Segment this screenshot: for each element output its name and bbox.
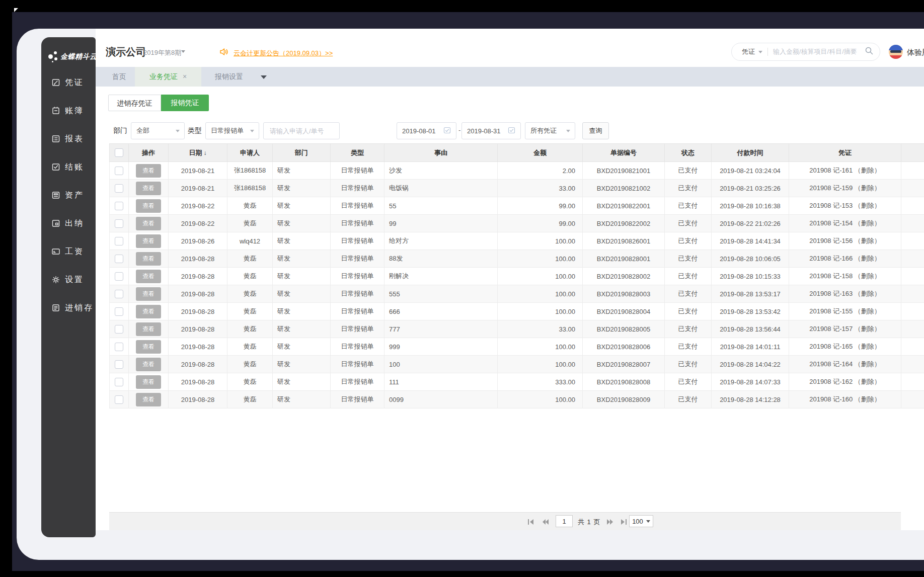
sidebar-item-payroll[interactable]: 工资 (51, 245, 96, 258)
sidebar-item-settings[interactable]: 设置 (51, 274, 96, 286)
cell-voucher[interactable]: 201908 记-163 （删除） (789, 285, 901, 303)
date-to-field[interactable]: 2019-08-31 (461, 122, 521, 139)
cell-voucher[interactable]: 201908 记-166 （删除） (789, 250, 901, 268)
last-page-icon[interactable] (620, 518, 627, 525)
cell-voucher[interactable]: 201908 记-165 （删除） (789, 338, 901, 356)
sidebar-item-asset[interactable]: 资产 (51, 189, 96, 201)
view-button[interactable]: 查看 (136, 270, 161, 283)
sidebar-item-inventory[interactable]: 进销存 (51, 302, 96, 314)
sidebar-item-ledger[interactable]: 账簿 (51, 105, 96, 117)
row-checkbox[interactable] (115, 307, 123, 316)
select-all-checkbox[interactable] (115, 148, 123, 157)
row-checkbox[interactable] (115, 290, 123, 298)
search-input[interactable]: 输入金额/核算项目/科目/摘要 (773, 47, 865, 56)
cell-applicant: 黄磊 (227, 215, 273, 232)
date-from-field[interactable]: 2019-08-01 (397, 122, 456, 139)
cell-voucher[interactable]: 201908 记-158 （删除） (789, 268, 901, 285)
dept-select[interactable]: 全部 (131, 122, 185, 139)
cell-checkbox (110, 250, 129, 268)
row-checkbox[interactable] (115, 167, 123, 175)
row-checkbox[interactable] (115, 360, 123, 369)
view-button[interactable]: 查看 (136, 305, 161, 318)
row-checkbox[interactable] (115, 237, 123, 245)
row-checkbox[interactable] (115, 255, 123, 263)
cell-checkbox (110, 373, 129, 391)
cell-voucher[interactable]: 201908 记-156 （删除） (789, 232, 901, 250)
reimburse-voucher-button[interactable]: 报销凭证 (161, 95, 209, 111)
sidebar-item-cashier[interactable]: 出纳 (51, 217, 96, 229)
row-checkbox[interactable] (115, 378, 123, 386)
cell-voucher[interactable]: 201908 记-155 （删除） (789, 303, 901, 320)
cell-status: 已支付 (665, 373, 712, 391)
row-checkbox[interactable] (115, 184, 123, 193)
announcement-link[interactable]: 云会计更新公告（2019.09.03）>> (234, 49, 333, 58)
view-button[interactable]: 查看 (136, 322, 161, 336)
global-search[interactable]: 凭证 输入金额/核算项目/科目/摘要 (731, 43, 880, 61)
applicant-search-input[interactable] (269, 127, 334, 135)
cell-applicant: 黄磊 (227, 391, 273, 408)
prev-page-icon[interactable] (542, 518, 549, 525)
tab-business-voucher[interactable]: 业务凭证× (135, 67, 201, 87)
sidebar-item-report[interactable]: 报表 (51, 133, 96, 145)
view-button[interactable]: 查看 (136, 393, 161, 406)
cell-doc-no: BXD20190828003 (583, 285, 665, 303)
view-button[interactable]: 查看 (136, 375, 161, 389)
accounting-period[interactable]: 2019年第8期 (143, 48, 181, 57)
next-page-icon[interactable] (606, 518, 613, 525)
row-checkbox[interactable] (115, 395, 123, 404)
sidebar-item-voucher[interactable]: 凭证 (51, 76, 96, 89)
user-name[interactable]: 体验用 (907, 48, 924, 57)
query-button[interactable]: 查询 (582, 122, 609, 139)
cell-voucher[interactable]: 201908 记-153 （删除） (789, 197, 901, 215)
col-header-date[interactable]: 日期↓ (169, 144, 227, 162)
view-button[interactable]: 查看 (136, 252, 161, 266)
search-category-caret-icon[interactable] (758, 51, 762, 53)
search-category[interactable]: 凭证 (742, 47, 755, 56)
tab-close-icon[interactable]: × (183, 72, 187, 80)
row-checkbox[interactable] (115, 343, 123, 351)
row-checkbox[interactable] (115, 219, 123, 228)
cell-pay-time: 2019-08-21 03:24:04 (712, 162, 789, 180)
period-caret-icon[interactable] (181, 50, 185, 53)
select-all-checkbox-cell (110, 144, 129, 162)
cell-voucher[interactable]: 201908 记-157 （删除） (789, 320, 901, 338)
view-button[interactable]: 查看 (136, 287, 161, 301)
tab-home[interactable]: 首页 (103, 67, 135, 87)
tab-reimburse-settings[interactable]: 报销设置 (206, 67, 252, 87)
row-checkbox[interactable] (115, 325, 123, 334)
cell-doc-no: BXD20190828005 (583, 320, 665, 338)
company-name: 演示公司 (106, 45, 146, 59)
cell-voucher[interactable]: 201908 记-164 （删除） (789, 356, 901, 373)
cell-voucher[interactable]: 201908 记-159 （删除） (789, 180, 901, 197)
page-size-select[interactable]: 100 (629, 515, 653, 527)
cell-voucher[interactable]: 201908 记-161 （删除） (789, 162, 901, 180)
view-button[interactable]: 查看 (136, 358, 161, 371)
cell-voucher[interactable]: 201908 记-154 （删除） (789, 215, 901, 232)
page-number-input[interactable] (556, 515, 573, 527)
cell-date: 2019-08-28 (169, 320, 227, 338)
view-button[interactable]: 查看 (136, 164, 161, 178)
row-checkbox[interactable] (115, 202, 123, 210)
cell-type: 日常报销单 (331, 303, 384, 320)
view-button[interactable]: 查看 (136, 340, 161, 354)
view-button[interactable]: 查看 (136, 199, 161, 213)
inventory-voucher-button[interactable]: 进销存凭证 (108, 95, 161, 111)
row-checkbox[interactable] (115, 272, 123, 281)
cell-voucher[interactable]: 201908 记-160 （删除） (789, 391, 901, 408)
cell-doc-no: BXD20190828004 (583, 303, 665, 320)
cell-status: 已支付 (665, 162, 712, 180)
cell-voucher[interactable]: 201908 记-162 （删除） (789, 373, 901, 391)
sidebar-item-closing[interactable]: 结账 (51, 161, 96, 173)
voucher-scope-select[interactable]: 所有凭证 (525, 122, 575, 139)
search-icon[interactable] (865, 46, 874, 57)
user-avatar[interactable] (889, 45, 903, 59)
cell-date: 2019-08-28 (169, 268, 227, 285)
cell-date: 2019-08-28 (169, 303, 227, 320)
first-page-icon[interactable] (527, 518, 534, 525)
view-button[interactable]: 查看 (136, 234, 161, 248)
view-button[interactable]: 查看 (136, 217, 161, 230)
type-select[interactable]: 日常报销单 (205, 122, 259, 139)
tab-list-caret-icon[interactable] (261, 75, 267, 79)
applicant-search-field[interactable] (263, 122, 340, 139)
view-button[interactable]: 查看 (136, 182, 161, 195)
